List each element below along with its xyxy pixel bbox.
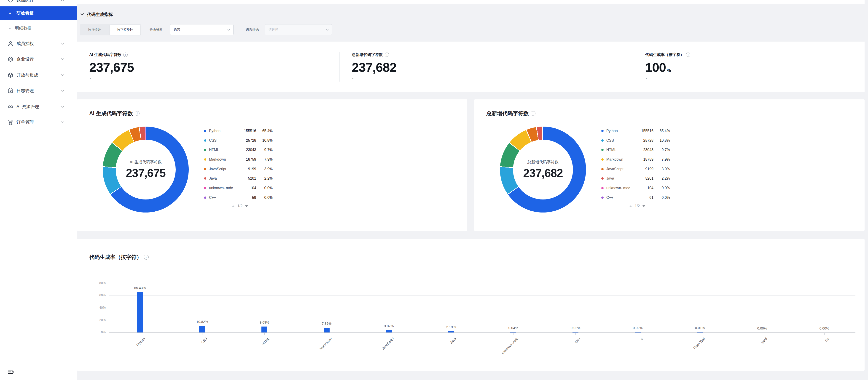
donut-chart[interactable]: AI 生成代码字符数 237,675 xyxy=(103,127,189,212)
legend-item[interactable]: Markdown187597.9% xyxy=(601,155,670,164)
tab-by-character[interactable]: 按字符统计 xyxy=(110,25,141,35)
bar-javascript[interactable] xyxy=(386,330,392,333)
bar-markdown[interactable] xyxy=(323,328,330,333)
stat-value: 100% xyxy=(645,60,671,75)
legend-name: HTML xyxy=(209,148,235,152)
bar-c-[interactable] xyxy=(572,332,579,333)
legend-value: 23043 xyxy=(235,148,256,152)
x-axis-label: Python xyxy=(107,337,146,375)
legend-dot-icon xyxy=(601,187,603,189)
info-icon[interactable]: i xyxy=(135,111,140,116)
page-down-icon[interactable] xyxy=(643,205,645,207)
legend-name: CSS xyxy=(209,138,235,143)
legend-dot-icon xyxy=(204,158,206,161)
legend-name: HTML xyxy=(606,148,632,152)
legend-item[interactable]: unknown-.mdc1040.0% xyxy=(204,183,273,193)
legend-dot-icon xyxy=(601,197,603,199)
legend-percent: 2.2% xyxy=(256,176,273,180)
bar-value-label: 0.00% xyxy=(808,326,840,330)
donut-legend: Python15551665.4%CSS2572810.8%HTML230439… xyxy=(204,126,273,202)
legend-name: Java xyxy=(606,176,632,180)
legend-value: 155516 xyxy=(235,129,256,133)
info-icon[interactable]: i xyxy=(123,53,128,57)
legend-item[interactable]: Python15551665.4% xyxy=(601,126,670,136)
legend-item[interactable]: Java52012.2% xyxy=(204,174,273,183)
legend-value: 18759 xyxy=(235,158,256,162)
bar-plain-text[interactable] xyxy=(697,332,703,333)
page-down-icon[interactable] xyxy=(245,205,248,207)
language-filter-label: 语言筛选 xyxy=(246,24,259,35)
legend-item[interactable]: CSS2572810.8% xyxy=(601,136,670,145)
bar-value-label: 0.02% xyxy=(622,326,654,330)
tab-by-line[interactable]: 按行统计 xyxy=(81,25,108,35)
legend-name: CSS xyxy=(606,138,632,143)
page-up-icon[interactable] xyxy=(629,205,632,207)
sidebar-item-order-management[interactable]: 订单管理 xyxy=(0,116,77,129)
collapse-sidebar-icon[interactable] xyxy=(7,369,14,375)
bar-css[interactable] xyxy=(199,326,205,333)
bar-python[interactable] xyxy=(137,292,143,333)
y-axis-label: 20% xyxy=(92,318,106,322)
dimension-select[interactable]: 语言 xyxy=(170,24,234,35)
legend-name: JavaScript xyxy=(209,167,235,171)
bar-value-label: 65.43% xyxy=(124,286,156,290)
legend-dot-icon xyxy=(204,187,206,189)
legend-item[interactable]: CSS2572810.8% xyxy=(204,136,273,145)
legend-item[interactable]: unknown-.mdc1040.0% xyxy=(601,183,670,193)
bar-unknown-mdc[interactable] xyxy=(510,332,516,333)
legend-item[interactable]: HTML230439.7% xyxy=(204,145,273,155)
legend-dot-icon xyxy=(204,149,206,151)
legend-item[interactable]: C++610.0% xyxy=(601,193,670,202)
legend-percent: 0.0% xyxy=(256,196,273,200)
legend-item[interactable]: Python15551665.4% xyxy=(204,126,273,136)
sidebar-item-ai-resources[interactable]: AI 资源管理 xyxy=(0,100,77,113)
top-white-strip xyxy=(77,0,865,4)
x-axis-label: unknown-.mdc xyxy=(481,337,519,375)
x-axis-label: Markdown xyxy=(294,337,333,375)
section-collapse-icon[interactable] xyxy=(81,13,84,15)
legend-item[interactable]: HTML230439.7% xyxy=(601,145,670,155)
sidebar-item-efficiency-board[interactable]: 研效看板 xyxy=(0,6,77,20)
legend-item[interactable]: Markdown187597.9% xyxy=(204,155,273,164)
donut-center: 总新增代码字符数 237,682 xyxy=(513,140,573,200)
cube-icon xyxy=(7,72,13,78)
bar-value-label: 7.89% xyxy=(311,321,343,325)
sidebar-item-open-integration[interactable]: 开放与集成 xyxy=(0,69,77,81)
legend-item[interactable]: Java52012.2% xyxy=(601,174,670,183)
x-axis-tick xyxy=(513,333,514,335)
bar-java[interactable] xyxy=(448,331,454,333)
info-icon[interactable]: i xyxy=(531,111,535,116)
donut-card-total-new: 总新增代码字符数i 总新增代码字符数 237,682 Python1555166… xyxy=(474,99,865,231)
legend-percent: 3.9% xyxy=(653,167,670,171)
legend-dot-icon xyxy=(601,139,603,142)
stat-card-total-new-chars: 总新增代码字符数i 237,682 - xyxy=(339,42,633,92)
bar-html[interactable] xyxy=(261,326,268,333)
language-filter-select[interactable]: 请选择 xyxy=(265,24,332,35)
legend-item[interactable]: C++590.0% xyxy=(204,193,273,202)
legend-name: unknown-.mdc xyxy=(209,186,235,190)
page-up-icon[interactable] xyxy=(232,205,235,207)
sidebar-item-label: AI 资源管理 xyxy=(17,104,39,110)
sidebar-item-data-stats[interactable]: 数据统计 xyxy=(0,0,77,6)
bar-value-label: 0.00% xyxy=(746,326,778,330)
stat-value: 237,682 xyxy=(352,60,396,75)
y-axis-label: 80% xyxy=(92,281,106,285)
x-axis-tick xyxy=(389,333,389,335)
legend-item[interactable]: JavaScript91993.9% xyxy=(204,164,273,174)
legend-value: 25728 xyxy=(632,138,653,143)
bar-c[interactable] xyxy=(635,332,641,333)
x-axis-label: yaml xyxy=(730,337,768,375)
info-icon[interactable]: i xyxy=(385,53,389,57)
donut-center-label: AI 生成代码字符数 xyxy=(130,160,162,165)
sidebar-item-log-management[interactable]: 日志管理 xyxy=(0,84,77,97)
stat-title: 代码生成率（按字符）i xyxy=(645,52,690,57)
stats-band: AI 生成代码字符数i 237,675 - 总新增代码字符数i 237,682 … xyxy=(77,42,865,92)
info-icon[interactable]: i xyxy=(686,53,690,57)
sidebar-item-member-auth[interactable]: 成员授权 xyxy=(0,37,77,50)
legend-item[interactable]: JavaScript91993.9% xyxy=(601,164,670,174)
sidebar-item-enterprise-settings[interactable]: 企业设置 xyxy=(0,53,77,66)
donut-chart[interactable]: 总新增代码字符数 237,682 xyxy=(500,127,586,212)
gridline xyxy=(109,308,856,308)
language-filter-placeholder: 请选择 xyxy=(269,28,278,32)
sidebar-item-detail-data[interactable]: 明细数据 xyxy=(0,22,77,34)
